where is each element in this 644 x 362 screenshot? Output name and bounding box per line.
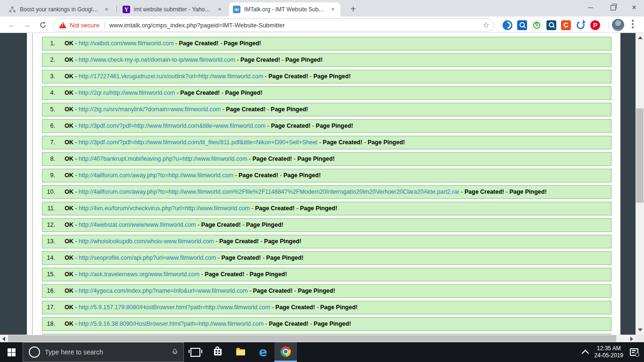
- url-text[interactable]: www.imtalk.org/cmps_index.php?pageid=IMT…: [109, 22, 489, 29]
- result-status-ok: OK: [65, 172, 74, 179]
- taskbar-search-placeholder[interactable]: Type here to search: [45, 348, 172, 356]
- result-pinged-label: Page Pinged!: [297, 156, 335, 162]
- tab-close-icon[interactable]: ×: [329, 6, 337, 13]
- taskbar-clock[interactable]: 12:35 AM 24-05-2019: [594, 345, 623, 359]
- result-status-ok: OK: [65, 189, 74, 195]
- result-status-ok: OK: [65, 288, 74, 294]
- result-link[interactable]: http://3pdf.com/?pdf=http://www.filmworl…: [79, 139, 318, 146]
- result-link[interactable]: http://whoislookupdb.com/whois-www.filmw…: [79, 238, 214, 245]
- result-pinged-label: Page Pinged!: [368, 139, 405, 146]
- horizontal-scrollbar-thumb[interactable]: [8, 335, 616, 342]
- horizontal-scrollbar[interactable]: [0, 335, 636, 342]
- scroll-up-icon[interactable]: [638, 36, 643, 39]
- result-link[interactable]: http://4ygeca.com/index.php?name=Info&ur…: [79, 288, 248, 294]
- result-link[interactable]: http://4vn.eu/forum/vcheckvirus.php?url=…: [79, 205, 250, 212]
- browser-toolbar: ← → Not secure www.imtalk.org/cmps_index…: [0, 16, 644, 33]
- sync-arrows-extension-icon[interactable]: [576, 20, 586, 30]
- result-number: 13.: [42, 238, 55, 246]
- result-link[interactable]: http://ask.travelernews.org/www.filmworl…: [79, 271, 199, 278]
- close-icon: ×: [632, 4, 636, 11]
- result-pinged-label: Page Pinged!: [283, 172, 321, 179]
- orange-c-extension-icon[interactable]: C: [561, 20, 571, 30]
- new-tab-button[interactable]: +: [347, 3, 359, 16]
- content-left-border: [32, 33, 33, 335]
- file-explorer-button[interactable]: [229, 342, 252, 362]
- result-link[interactable]: http://2tg.ru/srv/manylink/?domain=www.f…: [79, 106, 221, 113]
- scroll-right-icon[interactable]: [630, 337, 633, 341]
- tab-close-icon[interactable]: ×: [103, 6, 110, 13]
- result-link[interactable]: http://5.9.16.38:8090/HostBrowser.html?p…: [79, 321, 264, 327]
- result-link[interactable]: http://3pdf.com/?pdf=http://www.filmworl…: [79, 123, 266, 129]
- result-link[interactable]: http://seoprofile.com/api.php?url=www.fi…: [79, 255, 216, 261]
- chrome-button[interactable]: [274, 342, 297, 362]
- result-row: 15.OK - http://ask.travelernews.org/www.…: [42, 268, 611, 281]
- edge-button[interactable]: e: [252, 342, 274, 362]
- result-row: 12.OK - http://4webstat.com/www/www.film…: [42, 218, 611, 232]
- microphone-icon[interactable]: [172, 349, 177, 355]
- address-bar[interactable]: Not secure www.imtalk.org/cmps_index.php…: [53, 18, 494, 32]
- reload-icon[interactable]: [38, 20, 48, 30]
- green-seo-search-extension-icon[interactable]: [532, 20, 542, 30]
- bookmark-star-icon[interactable]: ☆: [483, 20, 489, 29]
- start-button[interactable]: [0, 342, 23, 362]
- result-created-label: Page Created!: [275, 304, 315, 311]
- result-number: 2.: [42, 56, 55, 64]
- vertical-scrollbar-thumb[interactable]: [636, 108, 644, 203]
- tab-boost-rankings[interactable]: Boost your rankings in Google's f ×: [5, 2, 114, 16]
- extensions-area: CP: [503, 20, 600, 30]
- result-created-label: Page Created!: [179, 40, 218, 47]
- sitemap-icon: [8, 6, 16, 13]
- scroll-down-icon[interactable]: [638, 329, 643, 331]
- show-hidden-icons-chevron[interactable]: [581, 349, 589, 357]
- result-link[interactable]: http://valbot.com/www.filmworld.com: [79, 40, 173, 47]
- restore-button[interactable]: [605, 0, 621, 15]
- result-row: 18.OK - http://5.9.16.38:8090/HostBrowse…: [42, 317, 611, 331]
- result-pinged-label: Page Pinged!: [285, 57, 322, 63]
- result-link[interactable]: http://17227461.vkrugudruzei.ru/x/outlin…: [79, 73, 264, 80]
- result-pinged-label: Page Pinged!: [264, 238, 301, 245]
- tab-imtalk-active[interactable]: IM IMTalk.org - IMT Website Submit ×: [229, 2, 340, 16]
- result-status-ok: OK: [65, 139, 74, 146]
- blue-swoosh-extension-icon[interactable]: [503, 20, 512, 30]
- close-button[interactable]: ×: [626, 0, 642, 15]
- result-link[interactable]: http://4allforum.com/away.php?to=http://…: [79, 189, 459, 195]
- result-status-ok: OK: [65, 123, 74, 129]
- tab-yahoo-search[interactable]: Y imt website submitter - Yahoo Se ×: [119, 2, 227, 16]
- scroll-left-icon[interactable]: [2, 337, 5, 341]
- result-number: 6.: [42, 122, 55, 130]
- result-created-label: Page Created!: [219, 238, 259, 245]
- result-row: 16.OK - http://4ygeca.com/index.php?name…: [42, 284, 611, 298]
- minimize-button[interactable]: [582, 0, 598, 15]
- result-status-ok: OK: [65, 73, 74, 80]
- result-link[interactable]: http://2qr.ru/http://www.filmworld.com: [79, 90, 175, 96]
- forward-icon[interactable]: →: [22, 20, 32, 30]
- result-link[interactable]: http://5.9.157.179:8080/HostBrowser.html…: [79, 304, 270, 311]
- microsoft-store-button[interactable]: [206, 342, 229, 362]
- result-pinged-label: Page Pinged!: [224, 40, 261, 47]
- result-created-label: Page Created!: [226, 106, 265, 113]
- vertical-scrollbar[interactable]: [636, 33, 644, 335]
- back-icon[interactable]: ←: [7, 20, 17, 30]
- blue-search-extension-icon[interactable]: [517, 20, 527, 30]
- task-view-button[interactable]: [184, 342, 206, 362]
- not-secure-warning-icon[interactable]: [59, 22, 66, 28]
- result-link[interactable]: http://407bankrupt.mobi/leaving.php?u=ht…: [79, 156, 247, 162]
- result-number: 8.: [42, 155, 55, 163]
- result-pinged-label: Page Pinged!: [316, 123, 353, 129]
- taskbar-search-box[interactable]: Type here to search: [23, 342, 184, 362]
- browser-menu-icon[interactable]: [632, 20, 634, 30]
- result-link[interactable]: http://4webstat.com/www/www.filmworld.co…: [79, 222, 196, 228]
- result-created-label: Page Created!: [205, 271, 244, 278]
- edge-icon: e: [259, 346, 267, 358]
- result-created-label: Page Created!: [180, 90, 220, 96]
- result-link[interactable]: http://4allforum.com/away.php?to=http://…: [79, 172, 233, 179]
- notification-center-icon[interactable]: [630, 348, 638, 356]
- profile-avatar[interactable]: [612, 19, 624, 31]
- tab-close-icon[interactable]: ×: [216, 6, 223, 13]
- pinterest-extension-icon[interactable]: P: [590, 20, 600, 30]
- not-secure-label[interactable]: Not secure: [70, 22, 99, 29]
- navy-search-extension-icon[interactable]: [546, 20, 556, 30]
- store-icon: [214, 349, 222, 355]
- result-link[interactable]: http://www.check-my-ip.net/domain-to-ip/…: [79, 57, 235, 63]
- result-pinged-label: Page Pinged!: [298, 288, 335, 294]
